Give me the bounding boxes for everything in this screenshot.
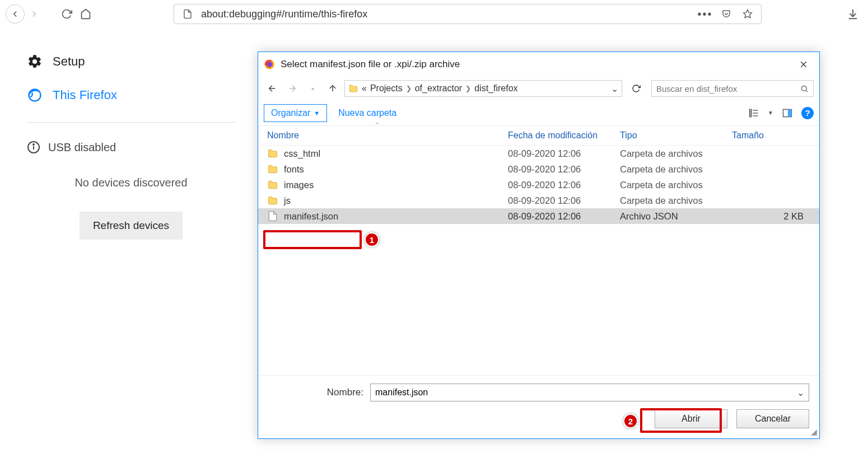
svg-rect-22 bbox=[788, 109, 792, 116]
open-button[interactable]: Abrir bbox=[655, 409, 727, 428]
breadcrumb-dist-firefox[interactable]: dist_firefox bbox=[474, 83, 517, 94]
svg-point-13 bbox=[802, 86, 807, 91]
sidebar-setup-label: Setup bbox=[53, 54, 85, 69]
view-options-button[interactable] bbox=[748, 107, 760, 119]
file-type: Carpeta de archivos bbox=[620, 148, 732, 159]
breadcrumb-of-extractor[interactable]: of_extractor bbox=[415, 83, 462, 94]
file-row[interactable]: js08-09-2020 12:06Carpeta de archivos bbox=[258, 193, 819, 208]
dialog-search-field[interactable] bbox=[651, 80, 814, 97]
dialog-toolrow: Organizar ▼ Nueva carpeta ⌃ ▼ ? bbox=[258, 100, 819, 126]
chevron-down-icon[interactable]: ▼ bbox=[768, 110, 773, 116]
chevron-down-icon: ▼ bbox=[314, 110, 320, 116]
dialog-refresh-button[interactable] bbox=[628, 80, 645, 97]
file-type: Carpeta de archivos bbox=[620, 195, 732, 206]
dialog-recent-dropdown[interactable]: ▾ bbox=[304, 80, 321, 97]
col-size[interactable]: Tamaño bbox=[732, 130, 815, 141]
dialog-search-input[interactable] bbox=[656, 84, 800, 94]
file-size: 2 KB bbox=[732, 211, 815, 222]
folder-icon bbox=[267, 163, 278, 175]
breadcrumb-projects[interactable]: Projects bbox=[370, 83, 403, 94]
file-name: manifest.json bbox=[284, 211, 338, 222]
gear-icon bbox=[27, 54, 43, 69]
info-icon bbox=[27, 141, 40, 154]
usb-disabled-label: USB disabled bbox=[48, 141, 116, 154]
folder-icon bbox=[267, 179, 278, 190]
dialog-title: Select manifest.json file or .xpi/.zip a… bbox=[281, 59, 794, 70]
folder-icon bbox=[348, 83, 358, 94]
page-icon bbox=[180, 6, 195, 22]
svg-line-14 bbox=[806, 90, 808, 92]
sidebar-item-setup[interactable]: Setup bbox=[27, 45, 235, 78]
refresh-devices-button[interactable]: Refresh devices bbox=[80, 212, 183, 240]
file-row[interactable]: manifest.json08-09-2020 12:06Archivo JSO… bbox=[258, 208, 819, 224]
no-devices-text: No devices discovered bbox=[27, 176, 235, 189]
sidebar-divider bbox=[27, 122, 235, 123]
filename-input[interactable] bbox=[375, 387, 797, 398]
file-row[interactable]: images08-09-2020 12:06Carpeta de archivo… bbox=[258, 177, 819, 193]
file-row[interactable]: css_html08-09-2020 12:06Carpeta de archi… bbox=[258, 146, 819, 161]
search-icon bbox=[800, 85, 809, 93]
organize-button[interactable]: Organizar ▼ bbox=[264, 104, 327, 122]
firefox-icon bbox=[27, 87, 43, 103]
file-date: 08-09-2020 12:06 bbox=[508, 195, 620, 206]
list-header: Nombre Fecha de modificación Tipo Tamaño bbox=[258, 126, 819, 146]
dialog-close-button[interactable] bbox=[794, 54, 814, 74]
forward-button[interactable] bbox=[25, 4, 44, 24]
dialog-titlebar: Select manifest.json file or .xpi/.zip a… bbox=[258, 52, 819, 77]
col-date[interactable]: Fecha de modificación bbox=[508, 130, 620, 141]
svg-point-5 bbox=[33, 144, 34, 145]
dialog-footer: Nombre: ⌄ Abrir Cancelar bbox=[258, 375, 819, 438]
svg-rect-15 bbox=[750, 109, 752, 111]
dialog-forward-button[interactable] bbox=[284, 80, 301, 97]
col-type[interactable]: Tipo bbox=[620, 130, 732, 141]
sidebar: Setup This Firefox USB disabled No devic… bbox=[0, 28, 258, 458]
filename-field[interactable]: ⌄ bbox=[370, 384, 809, 401]
help-button[interactable]: ? bbox=[801, 107, 814, 119]
firefox-app-icon bbox=[264, 59, 275, 70]
reload-button[interactable] bbox=[57, 4, 76, 24]
usb-status: USB disabled bbox=[27, 136, 235, 165]
file-date: 08-09-2020 12:06 bbox=[508, 211, 620, 222]
file-row[interactable]: fonts08-09-2020 12:06Carpeta de archivos bbox=[258, 161, 819, 177]
file-list: Nombre Fecha de modificación Tipo Tamaño… bbox=[258, 126, 819, 375]
file-type: Archivo JSON bbox=[620, 211, 732, 222]
file-name: images bbox=[284, 180, 314, 190]
col-name[interactable]: Nombre bbox=[267, 130, 508, 141]
bookmark-star-icon[interactable] bbox=[740, 6, 755, 22]
chevron-down-icon[interactable]: ⌄ bbox=[797, 387, 804, 398]
organize-label: Organizar bbox=[271, 108, 310, 118]
sort-indicator-icon: ⌃ bbox=[375, 121, 380, 129]
file-type: Carpeta de archivos bbox=[620, 164, 732, 175]
svg-rect-17 bbox=[750, 112, 752, 114]
dialog-up-button[interactable] bbox=[324, 80, 341, 97]
chevron-right-icon: ❯ bbox=[465, 85, 471, 92]
file-date: 08-09-2020 12:06 bbox=[508, 180, 620, 190]
breadcrumb-prefix: « bbox=[362, 83, 367, 94]
more-icon[interactable]: ••• bbox=[697, 6, 713, 22]
dialog-body: Nombre Fecha de modificación Tipo Tamaño… bbox=[258, 126, 819, 375]
chevron-down-icon[interactable]: ⌄ bbox=[611, 83, 618, 94]
file-icon bbox=[267, 211, 278, 222]
browser-toolbar: about:debugging#/runtime/this-firefox ••… bbox=[0, 0, 868, 28]
back-button[interactable] bbox=[6, 4, 25, 24]
dialog-back-button[interactable] bbox=[264, 80, 281, 97]
file-date: 08-09-2020 12:06 bbox=[508, 148, 620, 159]
url-bar[interactable]: about:debugging#/runtime/this-firefox ••… bbox=[174, 4, 762, 24]
file-name: css_html bbox=[284, 148, 320, 159]
file-name: js bbox=[284, 195, 291, 206]
breadcrumb-bar[interactable]: « Projects ❯ of_extractor ❯ dist_firefox… bbox=[344, 80, 622, 97]
resize-grip-icon[interactable]: ◢ bbox=[811, 427, 817, 436]
file-type: Carpeta de archivos bbox=[620, 180, 732, 190]
folder-icon bbox=[267, 148, 278, 159]
new-folder-button[interactable]: Nueva carpeta bbox=[338, 108, 396, 118]
dialog-nav: ▾ « Projects ❯ of_extractor ❯ dist_firef… bbox=[258, 77, 819, 100]
sidebar-item-this-firefox[interactable]: This Firefox bbox=[27, 78, 235, 112]
preview-pane-button[interactable] bbox=[781, 107, 794, 119]
folder-icon bbox=[267, 195, 278, 206]
chevron-right-icon: ❯ bbox=[406, 85, 412, 92]
cancel-button[interactable]: Cancelar bbox=[736, 409, 809, 428]
home-button[interactable] bbox=[76, 4, 95, 24]
pocket-icon[interactable] bbox=[718, 6, 734, 22]
filename-label: Nombre: bbox=[268, 387, 363, 398]
downloads-icon[interactable] bbox=[843, 4, 862, 24]
